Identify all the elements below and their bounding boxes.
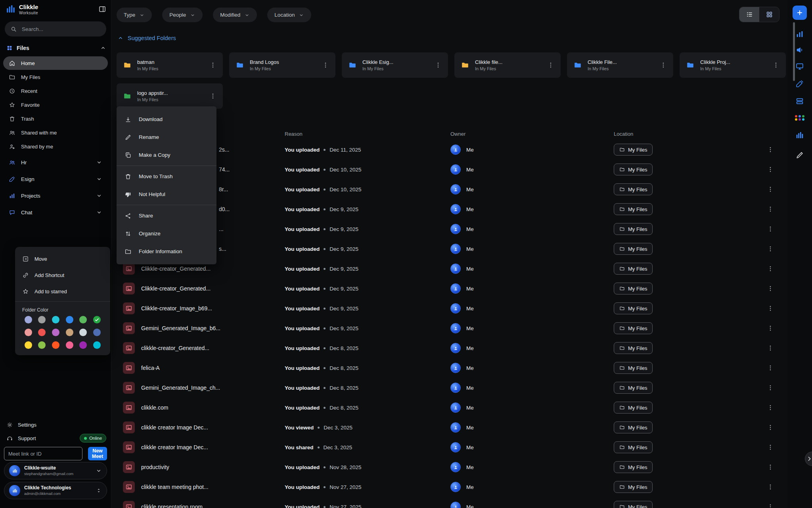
folder-card-logo-appstir[interactable]: logo appstir...In My Files	[117, 83, 223, 109]
menu-item-not-helpful[interactable]: Not Helpful	[117, 185, 216, 203]
popup-item-add-shortcut[interactable]: Add Shortcut	[15, 267, 110, 283]
folder-card-clikkle-esig[interactable]: Clikkle Esig...In My Files	[342, 52, 448, 78]
menu-item-share[interactable]: Share	[117, 207, 216, 225]
rows-app-icon[interactable]	[795, 97, 804, 106]
row-menu-button[interactable]	[767, 146, 774, 153]
new-meet-button[interactable]: New Meet	[88, 447, 107, 460]
sidebar-section-hr[interactable]: Hr	[3, 154, 108, 171]
suggested-folders-toggle[interactable]: Suggested Folders	[117, 35, 176, 41]
sidebar-section-esign[interactable]: Esign	[3, 171, 108, 187]
folder-color-swatch[interactable]	[79, 341, 87, 349]
location-chip[interactable]: My Files	[614, 164, 653, 175]
location-chip[interactable]: My Files	[614, 223, 653, 235]
file-row[interactable]: Gemini_Generated_Image_ch...You uploaded…	[117, 378, 777, 398]
row-menu-button[interactable]	[767, 285, 774, 292]
folder-menu-button[interactable]	[772, 62, 779, 69]
folder-color-swatch[interactable]	[66, 341, 73, 349]
folder-color-swatch[interactable]	[25, 316, 32, 323]
location-chip[interactable]: My Files	[614, 342, 653, 354]
charts-app-icon[interactable]	[795, 30, 804, 38]
location-chip[interactable]: My Files	[614, 421, 653, 433]
folder-menu-button[interactable]	[209, 62, 216, 69]
scrollbar-thumb[interactable]	[793, 22, 795, 81]
menu-item-make-a-copy[interactable]: Make a Copy	[117, 146, 216, 164]
file-row[interactable]: clikkle creator Image Dec...You viewedDe…	[117, 418, 777, 437]
sidebar-section-projects[interactable]: Projects	[3, 187, 108, 204]
folder-color-swatch[interactable]	[38, 329, 46, 336]
sidebar-item-recent[interactable]: Recent	[3, 84, 108, 98]
sidebar-item-trash[interactable]: Trash	[3, 112, 108, 125]
file-row[interactable]: clikkle creator Image Dec...You sharedDe…	[117, 437, 777, 457]
folder-color-swatch[interactable]	[93, 341, 101, 349]
folder-card-clikkle-file[interactable]: Clikkle File...In My Files	[567, 52, 673, 78]
location-chip[interactable]: My Files	[614, 243, 653, 255]
location-chip[interactable]: My Files	[614, 263, 653, 275]
folder-color-swatch[interactable]	[25, 329, 32, 336]
folder-color-swatch[interactable]	[38, 316, 46, 323]
row-menu-button[interactable]	[767, 503, 774, 508]
sidebar-section-chat[interactable]: Chat	[3, 204, 108, 221]
row-menu-button[interactable]	[767, 265, 774, 272]
location-chip[interactable]: My Files	[614, 322, 653, 334]
folder-color-swatch[interactable]	[25, 341, 32, 349]
folder-color-swatch[interactable]	[66, 316, 73, 323]
folder-color-swatch[interactable]	[93, 329, 101, 336]
list-view-button[interactable]	[739, 7, 759, 22]
location-chip[interactable]: My Files	[614, 283, 653, 294]
folder-color-swatch[interactable]	[52, 329, 59, 336]
row-menu-button[interactable]	[767, 206, 774, 213]
search-input[interactable]	[21, 26, 101, 33]
location-chip[interactable]: My Files	[614, 183, 653, 195]
row-menu-button[interactable]	[767, 225, 774, 233]
folder-color-swatch[interactable]	[79, 316, 87, 323]
file-row[interactable]: felica-AYou uploadedDec 8, 2025MeMy File…	[117, 358, 777, 378]
folder-color-swatch[interactable]	[93, 316, 101, 323]
row-menu-button[interactable]	[767, 186, 774, 193]
file-row[interactable]: Clikkle-creator_Image_b69...You uploaded…	[117, 298, 777, 318]
menu-item-organize[interactable]: Organize	[117, 225, 216, 242]
folder-card-batman[interactable]: batmanIn My Files	[117, 52, 223, 78]
location-chip[interactable]: My Files	[614, 481, 653, 493]
esign-pen-app-icon[interactable]	[795, 79, 804, 88]
sidebar-toggle-icon[interactable]	[98, 5, 106, 13]
menu-item-folder-information[interactable]: Folder Information	[117, 242, 216, 260]
account-selector-primary[interactable]: Clikkle-wsuite stephandgraham@gmail.com	[4, 462, 107, 479]
row-menu-button[interactable]	[767, 305, 774, 312]
sidebar-item-favorite[interactable]: Favorite	[3, 98, 108, 112]
row-menu-button[interactable]	[767, 464, 774, 471]
folder-color-swatch[interactable]	[52, 316, 59, 323]
row-menu-button[interactable]	[767, 404, 774, 411]
grid-view-button[interactable]	[759, 7, 779, 22]
stats-app-icon[interactable]	[795, 131, 804, 140]
row-menu-button[interactable]	[767, 166, 774, 173]
row-menu-button[interactable]	[767, 384, 774, 391]
folder-color-swatch[interactable]	[52, 341, 59, 349]
row-menu-button[interactable]	[767, 444, 774, 451]
folder-menu-button[interactable]	[547, 62, 554, 69]
menu-item-download[interactable]: Download	[117, 110, 216, 128]
sidebar-item-home[interactable]: Home	[3, 56, 108, 70]
meet-link-input[interactable]	[4, 447, 82, 460]
folder-card-clikkle-proj[interactable]: Clikkle Proj...In My Files	[680, 52, 786, 78]
location-chip[interactable]: My Files	[614, 203, 653, 215]
file-row[interactable]: Clikkle-creator_Generated...You uploaded…	[117, 279, 777, 298]
menu-item-move-to-trash[interactable]: Move to Trash	[117, 167, 216, 185]
sidebar-item-shared-with-me[interactable]: Shared with me	[3, 126, 108, 139]
folder-color-swatch[interactable]	[79, 329, 87, 336]
location-chip[interactable]: My Files	[614, 402, 653, 414]
folder-card-clikkle-file[interactable]: Clikkle file...In My Files	[454, 52, 561, 78]
location-chip[interactable]: My Files	[614, 362, 653, 374]
filter-chip-type[interactable]: Type	[117, 8, 152, 22]
file-row[interactable]: Gemini_Generated_Image_b6...You uploaded…	[117, 318, 777, 338]
add-button[interactable]	[793, 6, 807, 20]
filter-chip-location[interactable]: Location	[267, 8, 311, 22]
filter-chip-modified[interactable]: Modified	[213, 8, 257, 22]
files-section-header[interactable]: Files	[6, 43, 106, 53]
folder-color-swatch[interactable]	[66, 329, 73, 336]
folder-color-swatch[interactable]	[38, 341, 46, 349]
row-menu-button[interactable]	[767, 325, 774, 332]
location-chip[interactable]: My Files	[614, 501, 653, 508]
filter-chip-people[interactable]: People	[162, 8, 203, 22]
edit-app-icon[interactable]	[795, 151, 804, 160]
popup-item-add-to-starred[interactable]: Add to starred	[15, 283, 110, 300]
